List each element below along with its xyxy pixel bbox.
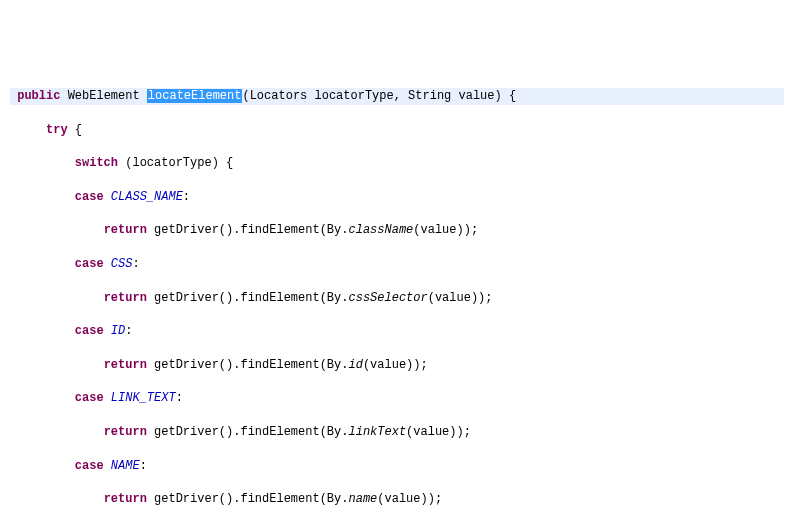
code-line: return getDriver().findElement(By.cssSel…	[10, 290, 784, 307]
code-line: switch (locatorType) {	[10, 155, 784, 172]
code-line: return getDriver().findElement(By.name(v…	[10, 491, 784, 505]
code-line: return getDriver().findElement(By.linkTe…	[10, 424, 784, 441]
selected-text: locateElement	[147, 89, 243, 103]
keyword-public: public	[17, 89, 60, 103]
code-line: case CSS:	[10, 256, 784, 273]
code-editor: public WebElement locateElement(Locators…	[10, 71, 784, 505]
code-line: case CLASS_NAME:	[10, 189, 784, 206]
code-line: return getDriver().findElement(By.classN…	[10, 222, 784, 239]
code-line: case NAME:	[10, 458, 784, 475]
code-line: public WebElement locateElement(Locators…	[10, 88, 784, 105]
code-line: try {	[10, 122, 784, 139]
code-line: case ID:	[10, 323, 784, 340]
code-line: case LINK_TEXT:	[10, 390, 784, 407]
code-line: return getDriver().findElement(By.id(val…	[10, 357, 784, 374]
keyword-try: try	[46, 123, 68, 137]
